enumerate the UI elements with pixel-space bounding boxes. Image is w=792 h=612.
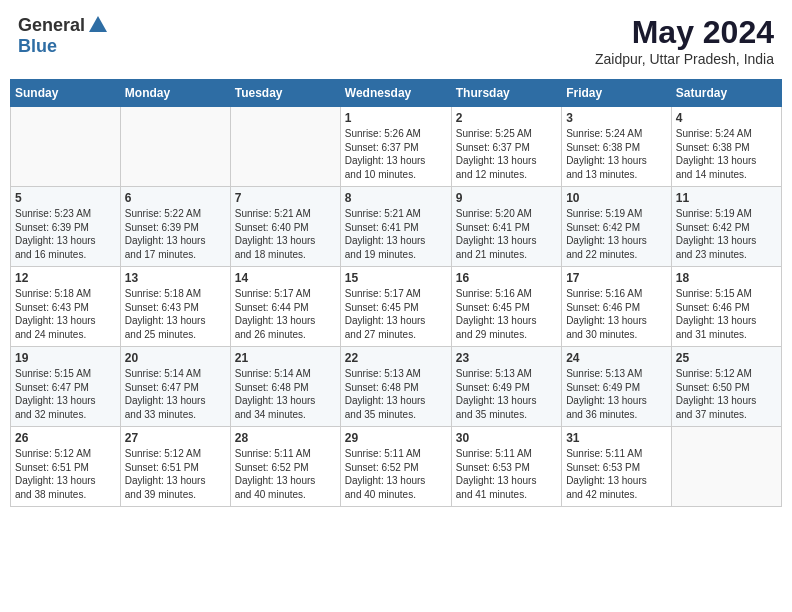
day-info: Sunrise: 5:21 AM Sunset: 6:40 PM Dayligh… bbox=[235, 207, 336, 261]
day-info: Sunrise: 5:15 AM Sunset: 6:46 PM Dayligh… bbox=[676, 287, 777, 341]
svg-rect-1 bbox=[95, 28, 101, 32]
day-info: Sunrise: 5:14 AM Sunset: 6:47 PM Dayligh… bbox=[125, 367, 226, 421]
calendar-body: 1Sunrise: 5:26 AM Sunset: 6:37 PM Daylig… bbox=[11, 107, 782, 507]
day-number: 18 bbox=[676, 271, 777, 285]
header-row: SundayMondayTuesdayWednesdayThursdayFrid… bbox=[11, 80, 782, 107]
month-year-title: May 2024 bbox=[595, 14, 774, 51]
day-info: Sunrise: 5:13 AM Sunset: 6:48 PM Dayligh… bbox=[345, 367, 447, 421]
day-cell: 13Sunrise: 5:18 AM Sunset: 6:43 PM Dayli… bbox=[120, 267, 230, 347]
day-cell: 21Sunrise: 5:14 AM Sunset: 6:48 PM Dayli… bbox=[230, 347, 340, 427]
day-number: 3 bbox=[566, 111, 667, 125]
day-cell: 18Sunrise: 5:15 AM Sunset: 6:46 PM Dayli… bbox=[671, 267, 781, 347]
day-info: Sunrise: 5:13 AM Sunset: 6:49 PM Dayligh… bbox=[456, 367, 557, 421]
column-header-friday: Friday bbox=[562, 80, 672, 107]
page-header: General Blue May 2024 Zaidpur, Uttar Pra… bbox=[10, 10, 782, 71]
day-number: 21 bbox=[235, 351, 336, 365]
day-number: 8 bbox=[345, 191, 447, 205]
day-cell: 19Sunrise: 5:15 AM Sunset: 6:47 PM Dayli… bbox=[11, 347, 121, 427]
column-header-sunday: Sunday bbox=[11, 80, 121, 107]
logo: General Blue bbox=[18, 14, 109, 57]
day-info: Sunrise: 5:11 AM Sunset: 6:53 PM Dayligh… bbox=[456, 447, 557, 501]
day-number: 15 bbox=[345, 271, 447, 285]
day-info: Sunrise: 5:13 AM Sunset: 6:49 PM Dayligh… bbox=[566, 367, 667, 421]
day-info: Sunrise: 5:22 AM Sunset: 6:39 PM Dayligh… bbox=[125, 207, 226, 261]
day-info: Sunrise: 5:24 AM Sunset: 6:38 PM Dayligh… bbox=[566, 127, 667, 181]
day-number: 14 bbox=[235, 271, 336, 285]
day-cell: 11Sunrise: 5:19 AM Sunset: 6:42 PM Dayli… bbox=[671, 187, 781, 267]
day-info: Sunrise: 5:19 AM Sunset: 6:42 PM Dayligh… bbox=[566, 207, 667, 261]
day-info: Sunrise: 5:12 AM Sunset: 6:51 PM Dayligh… bbox=[125, 447, 226, 501]
day-info: Sunrise: 5:12 AM Sunset: 6:51 PM Dayligh… bbox=[15, 447, 116, 501]
day-number: 11 bbox=[676, 191, 777, 205]
day-cell: 9Sunrise: 5:20 AM Sunset: 6:41 PM Daylig… bbox=[451, 187, 561, 267]
day-info: Sunrise: 5:17 AM Sunset: 6:45 PM Dayligh… bbox=[345, 287, 447, 341]
day-number: 7 bbox=[235, 191, 336, 205]
day-cell bbox=[11, 107, 121, 187]
day-number: 19 bbox=[15, 351, 116, 365]
day-cell: 2Sunrise: 5:25 AM Sunset: 6:37 PM Daylig… bbox=[451, 107, 561, 187]
day-info: Sunrise: 5:23 AM Sunset: 6:39 PM Dayligh… bbox=[15, 207, 116, 261]
day-cell: 25Sunrise: 5:12 AM Sunset: 6:50 PM Dayli… bbox=[671, 347, 781, 427]
day-number: 31 bbox=[566, 431, 667, 445]
column-header-tuesday: Tuesday bbox=[230, 80, 340, 107]
day-cell: 8Sunrise: 5:21 AM Sunset: 6:41 PM Daylig… bbox=[340, 187, 451, 267]
day-number: 12 bbox=[15, 271, 116, 285]
day-number: 22 bbox=[345, 351, 447, 365]
day-cell bbox=[120, 107, 230, 187]
column-header-wednesday: Wednesday bbox=[340, 80, 451, 107]
day-cell: 4Sunrise: 5:24 AM Sunset: 6:38 PM Daylig… bbox=[671, 107, 781, 187]
column-header-monday: Monday bbox=[120, 80, 230, 107]
column-header-saturday: Saturday bbox=[671, 80, 781, 107]
day-info: Sunrise: 5:12 AM Sunset: 6:50 PM Dayligh… bbox=[676, 367, 777, 421]
day-number: 29 bbox=[345, 431, 447, 445]
day-info: Sunrise: 5:14 AM Sunset: 6:48 PM Dayligh… bbox=[235, 367, 336, 421]
day-number: 24 bbox=[566, 351, 667, 365]
day-info: Sunrise: 5:18 AM Sunset: 6:43 PM Dayligh… bbox=[15, 287, 116, 341]
day-number: 16 bbox=[456, 271, 557, 285]
day-info: Sunrise: 5:18 AM Sunset: 6:43 PM Dayligh… bbox=[125, 287, 226, 341]
day-cell: 27Sunrise: 5:12 AM Sunset: 6:51 PM Dayli… bbox=[120, 427, 230, 507]
day-info: Sunrise: 5:19 AM Sunset: 6:42 PM Dayligh… bbox=[676, 207, 777, 261]
location-subtitle: Zaidpur, Uttar Pradesh, India bbox=[595, 51, 774, 67]
week-row-3: 12Sunrise: 5:18 AM Sunset: 6:43 PM Dayli… bbox=[11, 267, 782, 347]
day-cell: 3Sunrise: 5:24 AM Sunset: 6:38 PM Daylig… bbox=[562, 107, 672, 187]
day-cell: 28Sunrise: 5:11 AM Sunset: 6:52 PM Dayli… bbox=[230, 427, 340, 507]
day-cell: 14Sunrise: 5:17 AM Sunset: 6:44 PM Dayli… bbox=[230, 267, 340, 347]
day-info: Sunrise: 5:11 AM Sunset: 6:52 PM Dayligh… bbox=[235, 447, 336, 501]
day-number: 9 bbox=[456, 191, 557, 205]
day-cell: 22Sunrise: 5:13 AM Sunset: 6:48 PM Dayli… bbox=[340, 347, 451, 427]
day-number: 2 bbox=[456, 111, 557, 125]
day-number: 6 bbox=[125, 191, 226, 205]
day-info: Sunrise: 5:15 AM Sunset: 6:47 PM Dayligh… bbox=[15, 367, 116, 421]
day-info: Sunrise: 5:25 AM Sunset: 6:37 PM Dayligh… bbox=[456, 127, 557, 181]
day-cell: 16Sunrise: 5:16 AM Sunset: 6:45 PM Dayli… bbox=[451, 267, 561, 347]
day-info: Sunrise: 5:20 AM Sunset: 6:41 PM Dayligh… bbox=[456, 207, 557, 261]
column-header-thursday: Thursday bbox=[451, 80, 561, 107]
day-number: 26 bbox=[15, 431, 116, 445]
day-info: Sunrise: 5:16 AM Sunset: 6:46 PM Dayligh… bbox=[566, 287, 667, 341]
day-number: 30 bbox=[456, 431, 557, 445]
day-info: Sunrise: 5:17 AM Sunset: 6:44 PM Dayligh… bbox=[235, 287, 336, 341]
day-number: 10 bbox=[566, 191, 667, 205]
day-cell: 29Sunrise: 5:11 AM Sunset: 6:52 PM Dayli… bbox=[340, 427, 451, 507]
day-number: 28 bbox=[235, 431, 336, 445]
logo-icon bbox=[87, 14, 109, 36]
day-info: Sunrise: 5:11 AM Sunset: 6:52 PM Dayligh… bbox=[345, 447, 447, 501]
day-info: Sunrise: 5:21 AM Sunset: 6:41 PM Dayligh… bbox=[345, 207, 447, 261]
day-number: 5 bbox=[15, 191, 116, 205]
day-cell: 10Sunrise: 5:19 AM Sunset: 6:42 PM Dayli… bbox=[562, 187, 672, 267]
week-row-1: 1Sunrise: 5:26 AM Sunset: 6:37 PM Daylig… bbox=[11, 107, 782, 187]
day-cell: 30Sunrise: 5:11 AM Sunset: 6:53 PM Dayli… bbox=[451, 427, 561, 507]
day-cell: 31Sunrise: 5:11 AM Sunset: 6:53 PM Dayli… bbox=[562, 427, 672, 507]
day-cell bbox=[671, 427, 781, 507]
day-cell: 5Sunrise: 5:23 AM Sunset: 6:39 PM Daylig… bbox=[11, 187, 121, 267]
day-info: Sunrise: 5:16 AM Sunset: 6:45 PM Dayligh… bbox=[456, 287, 557, 341]
day-cell: 23Sunrise: 5:13 AM Sunset: 6:49 PM Dayli… bbox=[451, 347, 561, 427]
day-cell: 12Sunrise: 5:18 AM Sunset: 6:43 PM Dayli… bbox=[11, 267, 121, 347]
day-number: 23 bbox=[456, 351, 557, 365]
day-cell: 15Sunrise: 5:17 AM Sunset: 6:45 PM Dayli… bbox=[340, 267, 451, 347]
logo-blue-text: Blue bbox=[18, 36, 57, 56]
day-number: 27 bbox=[125, 431, 226, 445]
day-info: Sunrise: 5:26 AM Sunset: 6:37 PM Dayligh… bbox=[345, 127, 447, 181]
day-cell: 24Sunrise: 5:13 AM Sunset: 6:49 PM Dayli… bbox=[562, 347, 672, 427]
